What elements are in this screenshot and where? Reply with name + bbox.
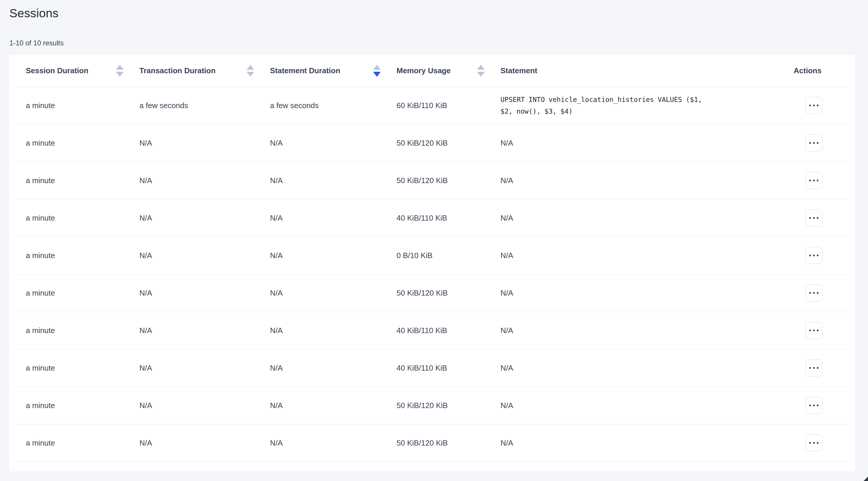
column-header-memory-usage[interactable]: Memory Usage <box>385 55 489 87</box>
statement-text: N/A <box>500 401 771 410</box>
statement-cell: N/A <box>489 349 771 387</box>
column-header-session-duration[interactable]: Session Duration <box>14 55 128 87</box>
row-actions-button[interactable] <box>805 134 822 151</box>
session-table-row: a minute N/A N/A 0 B/10 KiB N/A <box>14 237 850 274</box>
statement-duration-cell: N/A <box>258 424 385 462</box>
row-actions-button[interactable] <box>805 97 822 114</box>
sort-icon-active-desc[interactable] <box>373 65 381 77</box>
session-duration-cell: a minute <box>14 312 128 349</box>
memory-usage-cell: 50 KiB/120 KiB <box>385 162 489 199</box>
actions-cell <box>771 424 850 462</box>
ellipsis-icon <box>817 292 818 294</box>
session-duration-cell: a minute <box>14 162 128 199</box>
ellipsis-icon <box>817 104 818 106</box>
session-table-row: a minute N/A N/A 40 KiB/110 KiB N/A <box>14 349 850 387</box>
session-duration-cell: a minute <box>14 349 128 387</box>
ellipsis-icon <box>813 330 815 331</box>
sort-icon[interactable] <box>247 65 254 77</box>
ellipsis-icon <box>813 142 815 144</box>
column-header-label: Statement Duration <box>270 66 340 75</box>
row-actions-button[interactable] <box>805 397 822 414</box>
ellipsis-icon <box>817 367 818 369</box>
ellipsis-icon <box>809 330 811 331</box>
row-actions-button[interactable] <box>805 434 822 451</box>
actions-cell <box>771 312 850 349</box>
statement-text: N/A <box>500 289 771 298</box>
column-header-label: Session Duration <box>26 66 88 75</box>
ellipsis-icon <box>813 180 815 181</box>
session-table-row: a minute N/A N/A 40 KiB/110 KiB N/A <box>14 312 850 349</box>
column-header-statement-duration[interactable]: Statement Duration <box>258 55 385 87</box>
row-actions-button[interactable] <box>805 247 822 264</box>
statement-cell: N/A <box>489 162 771 199</box>
statement-duration-cell: a few seconds <box>258 87 385 124</box>
ellipsis-icon <box>817 217 818 219</box>
session-table-row: a minute a few seconds a few seconds 60 … <box>14 87 850 124</box>
session-table-row: a minute N/A N/A 50 KiB/120 KiB N/A <box>14 387 850 424</box>
transaction-duration-cell: N/A <box>128 274 258 312</box>
column-header-label: Statement <box>500 66 537 75</box>
transaction-duration-cell: N/A <box>128 124 258 162</box>
transaction-duration-cell: N/A <box>128 312 258 349</box>
column-header-transaction-duration[interactable]: Transaction Duration <box>128 55 258 87</box>
actions-cell <box>771 124 850 162</box>
ellipsis-icon <box>817 180 818 181</box>
ellipsis-icon <box>813 292 815 294</box>
statement-duration-cell: N/A <box>258 199 385 237</box>
statement-text: N/A <box>500 439 771 448</box>
sessions-page: Sessions 1-10 of 10 results Session Dura… <box>0 0 868 471</box>
statement-duration-cell: N/A <box>258 312 385 349</box>
row-actions-button[interactable] <box>805 172 822 189</box>
row-actions-button[interactable] <box>805 322 822 339</box>
session-duration-cell: a minute <box>14 87 128 124</box>
ellipsis-icon <box>809 254 811 256</box>
column-header-label: Transaction Duration <box>140 66 216 75</box>
statement-cell: N/A <box>489 199 771 237</box>
session-duration-cell: a minute <box>14 124 128 162</box>
ellipsis-icon <box>809 142 811 144</box>
statement-text: UPSERT INTO vehicle_location_histories V… <box>500 94 711 117</box>
ellipsis-icon <box>809 292 811 294</box>
transaction-duration-cell: N/A <box>128 387 258 424</box>
statement-duration-cell: N/A <box>258 387 385 424</box>
sort-icon[interactable] <box>477 65 485 77</box>
ellipsis-icon <box>809 367 811 369</box>
session-table-row: a minute N/A N/A 50 KiB/120 KiB N/A <box>14 424 850 462</box>
ellipsis-icon <box>817 254 818 256</box>
statement-cell: N/A <box>489 274 771 312</box>
transaction-duration-cell: N/A <box>128 349 258 387</box>
memory-usage-cell: 50 KiB/120 KiB <box>385 124 489 162</box>
session-table-row: a minute N/A N/A 50 KiB/120 KiB N/A <box>14 274 850 312</box>
actions-cell <box>771 162 850 199</box>
statement-cell: N/A <box>489 387 771 424</box>
statement-duration-cell: N/A <box>258 349 385 387</box>
statement-text: N/A <box>500 364 771 372</box>
row-actions-button[interactable] <box>805 209 822 227</box>
statement-cell: UPSERT INTO vehicle_location_histories V… <box>489 87 771 124</box>
session-table-row: a minute N/A N/A 50 KiB/120 KiB N/A <box>14 124 850 162</box>
row-actions-button[interactable] <box>805 284 822 301</box>
ellipsis-icon <box>813 442 815 444</box>
statement-duration-cell: N/A <box>258 237 385 274</box>
row-actions-button[interactable] <box>805 359 822 377</box>
statement-duration-cell: N/A <box>258 274 385 312</box>
column-header-label: Actions <box>794 66 822 75</box>
results-summary: 1-10 of 10 results <box>9 39 855 48</box>
session-table-row: a minute N/A N/A 50 KiB/120 KiB N/A <box>14 162 850 199</box>
ellipsis-icon <box>817 442 818 444</box>
memory-usage-cell: 40 KiB/110 KiB <box>385 349 489 387</box>
sessions-table-card: Session Duration Transaction Duration St… <box>9 55 855 471</box>
ellipsis-icon <box>813 104 815 106</box>
statement-text: N/A <box>500 214 771 222</box>
statement-text: N/A <box>500 251 771 260</box>
column-header-label: Memory Usage <box>397 66 451 75</box>
memory-usage-cell: 0 B/10 KiB <box>385 237 489 274</box>
transaction-duration-cell: N/A <box>128 237 258 274</box>
transaction-duration-cell: N/A <box>128 162 258 199</box>
ellipsis-icon <box>817 330 818 331</box>
ellipsis-icon <box>809 104 811 106</box>
table-header-row: Session Duration Transaction Duration St… <box>14 55 850 87</box>
actions-cell <box>771 199 850 237</box>
sort-icon[interactable] <box>116 65 124 77</box>
session-duration-cell: a minute <box>14 199 128 237</box>
